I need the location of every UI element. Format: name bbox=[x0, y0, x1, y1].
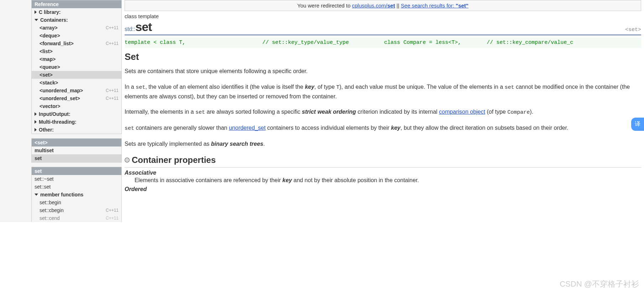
container-properties-heading: Container properties bbox=[125, 155, 641, 165]
description-para-4: set containers are generally slower than… bbox=[125, 123, 641, 133]
cpp11-badge: C++11 bbox=[106, 25, 119, 30]
nav-list[interactable]: <list> bbox=[32, 47, 121, 55]
set-header-section: <set> multiset set bbox=[31, 138, 122, 163]
description-para-1: Sets are containers that store unique el… bbox=[125, 67, 641, 76]
members-header[interactable]: set bbox=[32, 167, 121, 175]
cpp11-badge: C++11 bbox=[106, 41, 119, 46]
chevron-right-icon bbox=[35, 120, 37, 124]
nav-c-library[interactable]: C library: bbox=[32, 8, 121, 16]
nav-unordered-set[interactable]: <unordered_set>C++11 bbox=[32, 94, 121, 102]
title-row: std::set <set> bbox=[125, 20, 641, 35]
nav-cend[interactable]: set::cendC++11 bbox=[32, 214, 121, 222]
cpp11-badge: C++11 bbox=[106, 208, 119, 213]
nav-begin[interactable]: set::begin bbox=[32, 199, 121, 206]
section-heading-set: Set bbox=[125, 51, 641, 62]
nav-containers[interactable]: Containers: bbox=[32, 16, 121, 24]
cpp11-badge: C++11 bbox=[106, 96, 119, 101]
page-title: set bbox=[135, 20, 152, 34]
description-para-3: Internally, the elements in a set are al… bbox=[125, 107, 641, 117]
divider bbox=[125, 167, 641, 168]
cpp11-badge: C++11 bbox=[106, 88, 119, 93]
properties-list: Associative Elements in associative cont… bbox=[125, 170, 641, 192]
nav-member-functions[interactable]: member functions bbox=[32, 191, 121, 199]
translate-button[interactable]: 译 bbox=[631, 118, 644, 131]
reference-section: Reference C library: Containers: <array>… bbox=[31, 0, 122, 134]
cpp11-badge: C++11 bbox=[106, 216, 119, 221]
nav-set-class[interactable]: set bbox=[32, 154, 121, 162]
chevron-right-icon bbox=[35, 10, 37, 14]
nav-array[interactable]: <array>C++11 bbox=[32, 24, 121, 32]
template-signature: template < class T, // set::key_type/val… bbox=[125, 37, 641, 48]
nav-mt[interactable]: Multi-threading: bbox=[32, 118, 121, 126]
nav-vector[interactable]: <vector> bbox=[32, 102, 121, 110]
reference-header[interactable]: Reference bbox=[32, 0, 121, 8]
nav-deque[interactable]: <deque> bbox=[32, 32, 121, 40]
prop-ordered-term: Ordered bbox=[125, 186, 641, 192]
nav-dtor[interactable]: set::~set bbox=[32, 175, 121, 183]
nav-cbegin[interactable]: set::cbeginC++11 bbox=[32, 206, 121, 214]
chevron-right-icon bbox=[35, 128, 37, 132]
anchor-icon bbox=[125, 158, 130, 163]
nav-multiset[interactable]: multiset bbox=[32, 146, 121, 154]
redirect-banner: You were redirected to cplusplus.com/set… bbox=[125, 0, 641, 11]
main-content: You were redirected to cplusplus.com/set… bbox=[122, 0, 644, 222]
nav-other[interactable]: Other: bbox=[32, 126, 121, 134]
nav-ctor[interactable]: set::set bbox=[32, 183, 121, 191]
set-section-header[interactable]: <set> bbox=[32, 139, 121, 146]
members-section: set set::~set set::set member functions … bbox=[31, 167, 122, 222]
sidebar: Reference C library: Containers: <array>… bbox=[0, 0, 122, 222]
class-template-label: class template bbox=[125, 13, 641, 19]
nav-unordered-map[interactable]: <unordered_map>C++11 bbox=[32, 87, 121, 94]
nav-forward-list[interactable]: <forward_list>C++11 bbox=[32, 40, 121, 47]
nav-stack[interactable]: <stack> bbox=[32, 79, 121, 87]
redirect-link-1[interactable]: cplusplus.com/set bbox=[352, 2, 395, 9]
prop-associative-term: Associative bbox=[125, 170, 641, 176]
nav-io[interactable]: Input/Output: bbox=[32, 110, 121, 118]
nav-set[interactable]: <set> bbox=[32, 71, 121, 79]
header-tag: <set> bbox=[625, 27, 641, 33]
chevron-right-icon bbox=[35, 112, 37, 116]
unordered-set-link[interactable]: unordered_set bbox=[229, 125, 266, 131]
chevron-down-icon bbox=[35, 19, 38, 21]
chevron-down-icon bbox=[35, 194, 38, 196]
namespace-label: std:: bbox=[125, 26, 135, 32]
redirect-link-2[interactable]: See search results for: "set" bbox=[401, 2, 468, 9]
description-para-5: Sets are typically implemented as binary… bbox=[125, 139, 641, 149]
nav-map[interactable]: <map> bbox=[32, 55, 121, 63]
nav-queue[interactable]: <queue> bbox=[32, 63, 121, 71]
description-para-2: In a set, the value of an element also i… bbox=[125, 82, 641, 101]
prop-associative-def: Elements in associative containers are r… bbox=[135, 176, 641, 185]
comparison-object-link[interactable]: comparison object bbox=[439, 109, 485, 115]
